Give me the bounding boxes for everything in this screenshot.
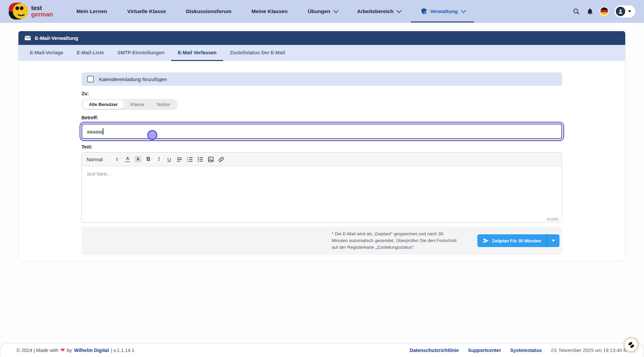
footer-links: Datenschutzrichtlinie Supportcenter Syst… (410, 348, 634, 353)
notifications-bell-icon[interactable] (586, 7, 594, 15)
panel-title: E-Mail-Verwaltung (35, 35, 78, 41)
audience-option-alle-benutzer[interactable]: Alle Benutzer (83, 100, 124, 109)
ordered-list-icon[interactable]: 1 2 3 (185, 155, 195, 164)
to-label: Zu: (82, 91, 562, 96)
chevron-down-icon (333, 8, 338, 13)
align-icon[interactable] (175, 155, 184, 164)
compose-email-form: Kalendereinladung hinzufügen Zu: Alle Be… (82, 61, 562, 261)
tab-email-liste[interactable]: E-Mail-Liste (70, 45, 111, 61)
email-tabs: E-Mail-Vorlage E-Mail-Liste SMTP-Einstel… (18, 45, 625, 61)
chevron-down-icon (552, 240, 555, 243)
calendar-invite-checkbox[interactable] (87, 76, 94, 82)
nav-right-actions (572, 0, 635, 22)
text-cursor (103, 128, 103, 135)
footer-link-datenschutz[interactable]: Datenschutzrichtlinie (410, 348, 459, 353)
tab-email-vorlage[interactable]: E-Mail-Vorlage (23, 45, 70, 61)
chevron-down-icon (628, 10, 631, 14)
admin-shield-icon (420, 8, 428, 15)
nav-menu: Mein Lernen Virtuelle Klasse Diskussions… (66, 0, 572, 22)
audience-option-nutzer[interactable]: Nutzer (151, 100, 177, 109)
schedule-dropdown-toggle[interactable] (547, 234, 559, 247)
nav-item-meine-klassen[interactable]: Meine Klassen (241, 0, 298, 22)
envelope-icon (24, 35, 31, 42)
nav-item-diskussionsforum[interactable]: Diskussionsforum (176, 0, 241, 22)
format-picker[interactable]: Normal (87, 157, 103, 162)
tab-zustellstatus[interactable]: Zustellstatus Der E-Mail (223, 45, 291, 61)
text-label: Text: (82, 144, 562, 150)
logo-text: test german (31, 5, 53, 17)
editor-toolbar: Normal A A B I U (82, 153, 562, 166)
highlight-color-icon[interactable]: A (133, 155, 143, 164)
panel-header: E-Mail-Verwaltung (18, 31, 625, 45)
company-link[interactable]: Wilhelm Digital (74, 348, 109, 353)
app-logo[interactable]: test german (9, 0, 53, 22)
footer-credits: © 2024 | Made with ❤ by Wilhelm Digital … (16, 347, 135, 353)
language-flag-german[interactable] (600, 7, 609, 16)
chevron-down-icon (396, 8, 402, 13)
italic-icon[interactable]: I (154, 155, 163, 164)
email-management-panel: E-Mail-Verwaltung E-Mail-Vorlage E-Mail-… (18, 31, 626, 261)
underline-icon[interactable]: U (164, 155, 174, 164)
subject-label: Betreff: (82, 115, 562, 120)
audience-option-klasse[interactable]: Klasse (124, 100, 151, 109)
chevron-down-icon (461, 8, 466, 13)
calendar-invite-row: Kalendereinladung hinzufügen (82, 72, 562, 86)
send-icon (483, 238, 489, 244)
editor-text-area[interactable]: text here... 0/1000 (82, 166, 562, 222)
version-label: | v.1.1.14.1 (111, 348, 134, 353)
character-counter: 0/1000 (547, 217, 558, 221)
insert-image-icon[interactable] (206, 155, 215, 164)
nav-item-virtuelle-klasse[interactable]: Virtuelle Klasse (117, 0, 176, 22)
nav-item-arbeitsbereich[interactable]: Arbeitsbereich (347, 0, 411, 22)
tab-email-verfassen[interactable]: E-Mail Verfassen (171, 45, 223, 61)
avatar (616, 7, 625, 16)
nav-item-verwaltung[interactable]: Verwaltung (410, 0, 475, 22)
chat-widget-button[interactable] (623, 337, 639, 353)
schedule-action-row: * Die E-Mail wird als „Geplant“ gespeich… (82, 227, 562, 255)
insert-link-icon[interactable] (216, 155, 226, 164)
rich-text-editor: Normal A A B I U (82, 152, 562, 223)
text-color-icon[interactable]: A (123, 155, 132, 164)
logo-smiley-icon (9, 2, 28, 20)
heart-icon: ❤ (60, 347, 65, 353)
user-menu[interactable] (614, 5, 635, 17)
subject-field-wrapper (82, 124, 562, 139)
footer: © 2024 | Made with ❤ by Wilhelm Digital … (0, 343, 644, 357)
bullet-list-icon[interactable] (196, 155, 205, 164)
pointer-click-indicator (147, 130, 157, 140)
nav-item-uebungen[interactable]: Übungen (298, 0, 347, 22)
footer-timestamp: 23. November 2025 um 19:13:40 MEZ (551, 348, 634, 353)
schedule-send-button[interactable]: Zeitplan Für 30 Minuten (477, 234, 547, 247)
schedule-note: * Die E-Mail wird als „Geplant“ gespeich… (332, 231, 460, 251)
format-updown-icon[interactable] (112, 155, 122, 164)
bold-icon[interactable]: B (144, 155, 153, 164)
calendar-invite-label: Kalendereinladung hinzufügen (99, 76, 167, 82)
footer-link-systemstatus[interactable]: Systemstatus (510, 348, 542, 353)
search-icon[interactable] (572, 7, 580, 15)
widget-beans-icon (627, 341, 636, 349)
tab-smtp-einstellungen[interactable]: SMTP-Einstellungen (111, 45, 171, 61)
schedule-button-group: Zeitplan Für 30 Minuten (477, 234, 559, 247)
top-navigation: test german Mein Lernen Virtuelle Klasse… (0, 0, 644, 23)
nav-item-mein-lernen[interactable]: Mein Lernen (66, 0, 117, 22)
footer-link-supportcenter[interactable]: Supportcenter (468, 348, 501, 353)
audience-segmented-control: Alle Benutzer Klasse Nutzer (82, 99, 178, 110)
svg-text:3: 3 (187, 161, 189, 162)
editor-placeholder: text here... (87, 171, 556, 177)
